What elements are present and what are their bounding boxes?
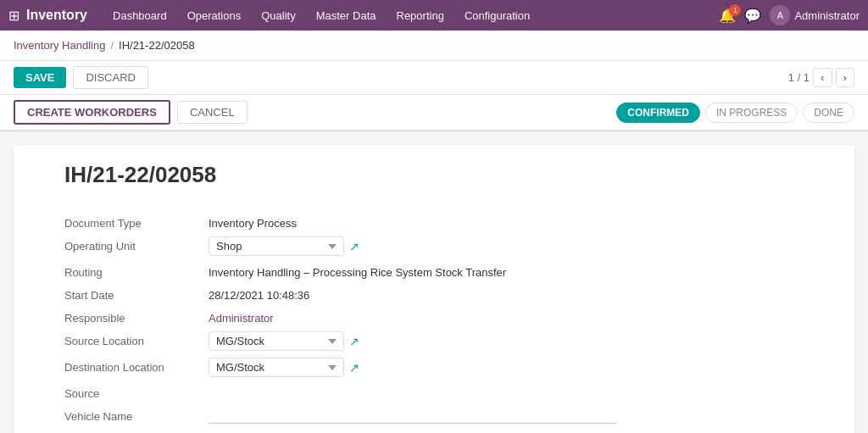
destination-location-select[interactable]: MG/Stock	[209, 358, 344, 377]
document-type-value: Inventory Process	[209, 214, 615, 230]
status-confirmed[interactable]: CONFIRMED	[616, 103, 700, 123]
status-in-progress[interactable]: IN PROGRESS	[705, 103, 798, 123]
operating-unit-select[interactable]: Shop	[209, 236, 344, 256]
source-label: Source	[64, 384, 200, 400]
pagination: 1 / 1 ‹ ›	[788, 68, 854, 87]
source-location-select[interactable]: MG/Stock	[209, 331, 344, 351]
avatar: A	[770, 5, 790, 25]
document-type-label: Document Type	[64, 214, 200, 230]
start-date-label: Start Date	[64, 286, 200, 302]
chat-icon[interactable]: 💬	[744, 8, 761, 24]
top-navigation: ⊞ Inventory Dashboard Operations Quality…	[0, 0, 868, 31]
form-fields: Document Type Inventory Process Operatin…	[64, 214, 615, 424]
status-bar: CONFIRMED IN PROGRESS DONE	[616, 103, 854, 123]
breadcrumb-separator: /	[110, 39, 114, 52]
breadcrumb-current: IH/21-22/02058	[119, 39, 195, 52]
nav-master-data[interactable]: Master Data	[308, 6, 385, 25]
vehicle-name-value[interactable]	[209, 407, 615, 424]
source-location-ext-link[interactable]: ↗	[349, 335, 359, 348]
vehicle-name-label: Vehicle Name	[64, 407, 200, 424]
nav-quality[interactable]: Quality	[253, 6, 303, 25]
action-toolbar: CREATE WORKORDERS CANCEL CONFIRMED IN PR…	[0, 95, 868, 131]
nav-configuration[interactable]: Configuration	[456, 6, 538, 25]
discard-button[interactable]: DISCARD	[73, 66, 148, 89]
prev-button[interactable]: ‹	[813, 68, 832, 87]
cancel-button[interactable]: CANCEL	[177, 101, 248, 124]
operating-unit-row: Shop ↗	[209, 236, 615, 256]
save-button[interactable]: SAVE	[14, 67, 66, 88]
operating-unit-ext-link[interactable]: ↗	[349, 240, 359, 253]
document-title: IH/21-22/02058	[64, 162, 804, 197]
destination-location-label: Destination Location	[64, 358, 200, 377]
nav-operations[interactable]: Operations	[179, 6, 250, 25]
topnav-right: 🔔 1 💬 A Administrator	[719, 5, 860, 25]
main-content: IH/21-22/02058 Document Type Inventory P…	[14, 145, 854, 433]
source-location-label: Source Location	[64, 331, 200, 351]
status-done[interactable]: DONE	[803, 103, 854, 123]
start-date-value: 28/12/2021 10:48:36	[209, 286, 615, 302]
breadcrumb: Inventory Handling / IH/21-22/02058	[0, 31, 868, 61]
routing-label: Routing	[64, 263, 200, 279]
main-toolbar: SAVE DISCARD 1 / 1 ‹ ›	[0, 61, 868, 95]
pagination-text: 1 / 1	[788, 71, 810, 84]
responsible-value[interactable]: Administrator	[209, 308, 615, 325]
destination-location-row: MG/Stock ↗	[209, 358, 615, 377]
app-brand[interactable]: Inventory	[26, 8, 87, 23]
user-menu[interactable]: A Administrator	[770, 5, 860, 25]
nav-menu: Dashboard Operations Quality Master Data…	[104, 6, 719, 25]
notification-badge: 1	[729, 4, 741, 16]
grid-icon[interactable]: ⊞	[8, 8, 19, 24]
create-workorders-button[interactable]: CREATE WORKORDERS	[14, 100, 170, 125]
source-location-row: MG/Stock ↗	[209, 331, 615, 351]
nav-dashboard[interactable]: Dashboard	[104, 6, 175, 25]
breadcrumb-parent[interactable]: Inventory Handling	[14, 39, 105, 52]
destination-location-ext-link[interactable]: ↗	[349, 361, 359, 375]
source-value	[209, 384, 615, 400]
responsible-label: Responsible	[64, 308, 200, 325]
user-name: Administrator	[794, 9, 860, 22]
next-button[interactable]: ›	[836, 68, 854, 87]
nav-reporting[interactable]: Reporting	[388, 6, 453, 25]
notifications-icon[interactable]: 🔔 1	[719, 8, 736, 24]
operating-unit-label: Operating Unit	[64, 236, 200, 256]
routing-value: Inventory Handling – Processing Rice Sys…	[209, 263, 615, 279]
